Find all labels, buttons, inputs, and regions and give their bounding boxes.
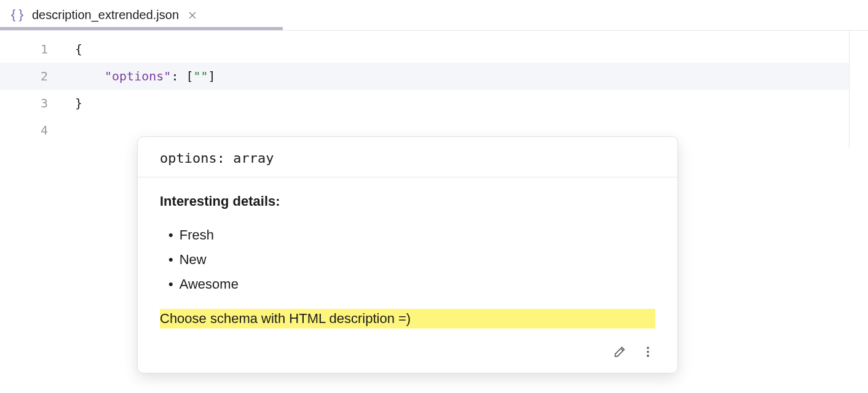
popup-heading: Interesting details: [160, 193, 655, 209]
schema-tooltip-popup: options: array Interesting details: Fres… [137, 136, 678, 373]
file-tab[interactable]: description_extrended.json [0, 0, 208, 30]
popup-body: Interesting details: Fresh New Awesome C… [138, 177, 677, 337]
code-editor[interactable]: 1 2 3 4 { "options": [""] } options: arr… [0, 31, 868, 149]
line-number: 1 [0, 36, 71, 63]
more-options-button[interactable] [641, 344, 655, 359]
list-item: Awesome [160, 272, 655, 297]
list-item: New [160, 247, 655, 272]
tab-active-indicator [0, 27, 283, 30]
code-content-area[interactable]: { "options": [""] } [71, 31, 849, 149]
line-number: 3 [0, 90, 71, 117]
popup-footer [138, 337, 677, 373]
svg-point-5 [647, 355, 649, 357]
code-line: "options": [""] [71, 63, 849, 90]
kebab-menu-icon [641, 345, 655, 359]
list-item: Fresh [160, 223, 655, 247]
tab-close-button[interactable] [186, 9, 199, 21]
code-line: { [71, 36, 849, 63]
popup-type-info: options: array [138, 137, 677, 177]
line-number-gutter: 1 2 3 4 [0, 31, 71, 149]
popup-highlighted-note: Choose schema with HTML description =) [160, 309, 655, 329]
line-number: 4 [0, 117, 71, 144]
popup-detail-list: Fresh New Awesome [160, 223, 655, 297]
tab-filename: description_extrended.json [32, 8, 179, 22]
edit-button[interactable] [612, 344, 627, 359]
svg-point-4 [647, 351, 649, 353]
json-file-icon [10, 8, 25, 23]
svg-point-3 [647, 347, 649, 349]
tab-bar: description_extrended.json [0, 0, 868, 31]
line-number: 2 [0, 63, 71, 90]
code-line: } [71, 90, 849, 117]
pencil-icon [613, 345, 626, 359]
close-icon [188, 11, 197, 20]
